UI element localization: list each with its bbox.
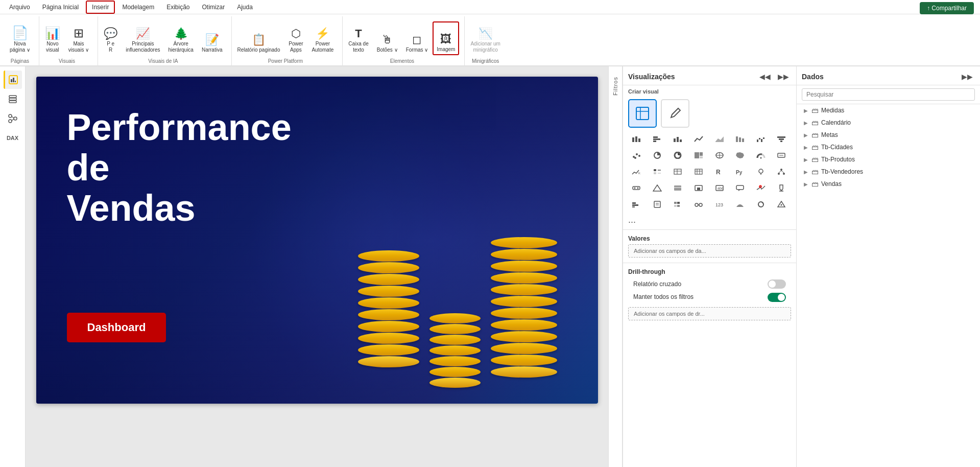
viz-icon-ribbon-chart[interactable] <box>731 132 749 146</box>
formas-button[interactable]: ◻ Formas ∨ <box>402 21 432 55</box>
svg-text:123: 123 <box>715 202 723 207</box>
arvore-hierarquica-button[interactable]: 🌲 Árvorehierárquica <box>164 21 197 55</box>
viz-icon-report2[interactable] <box>648 197 666 212</box>
per-button[interactable]: 💬 P eR <box>100 21 121 55</box>
svg-rect-86 <box>632 206 635 207</box>
relatorio-paginado-button[interactable]: 📋 Relatório paginado <box>234 21 284 55</box>
share-button[interactable]: ↑ Compartilhar <box>920 2 974 14</box>
data-tree-item-tb-vendedores[interactable]: ▶ 🗃 Tb-Vendedores <box>797 166 980 178</box>
menu-inserir[interactable]: Inserir <box>86 1 115 14</box>
viz-icon-filled-map[interactable] <box>731 148 749 162</box>
sidebar-dax-icon[interactable]: DAX <box>4 129 22 147</box>
imagem-button[interactable]: 🖼 Imagem <box>433 21 459 55</box>
viz-icon-ai-visual2[interactable] <box>648 181 666 195</box>
viz-icon-column-chart[interactable] <box>668 132 687 146</box>
expand-icon-tb-produtos: ▶ <box>804 157 808 162</box>
menu-otimizar[interactable]: Otimizar <box>197 2 230 13</box>
menu-ajuda[interactable]: Ajuda <box>232 2 258 13</box>
manter-filtros-toggle[interactable] <box>768 293 786 302</box>
sidebar-report-icon[interactable] <box>4 71 22 89</box>
viz-table-icon[interactable] <box>628 99 657 128</box>
viz-icon-map[interactable] <box>710 148 729 162</box>
viz-icon-azure-map[interactable] <box>752 165 770 179</box>
relatorio-cruzado-toggle[interactable] <box>768 279 786 289</box>
menu-exibicao[interactable]: Exibição <box>161 2 195 13</box>
viz-format-icon[interactable] <box>661 99 689 128</box>
svg-rect-51 <box>654 169 656 171</box>
filters-label: Filtros <box>612 77 618 96</box>
narrativa-button[interactable]: 📝 Narrativa <box>198 21 226 55</box>
viz-icon-powerbi-table[interactable] <box>668 181 687 195</box>
sidebar-model-icon[interactable] <box>4 109 22 128</box>
drill-through-label: Drill-through <box>628 268 791 275</box>
data-tree-item-tb-produtos[interactable]: ▶ 🗃 Tb-Produtos <box>797 153 980 166</box>
data-search-input[interactable] <box>802 88 975 101</box>
mais-visuais-button[interactable]: ⊞ Maisvisuais ∨ <box>65 21 92 55</box>
viz-icon-card[interactable] <box>772 148 791 162</box>
ribbon: 📄 Novapágina ∨ Páginas 📊 Novovisual ⊞ Ma… <box>0 14 980 66</box>
viz-icon-custom8[interactable] <box>772 197 791 212</box>
viz-icon-scatter[interactable] <box>627 148 646 162</box>
table-icon-tb-cidades: 🗃 <box>811 143 819 151</box>
svg-rect-2 <box>13 78 14 82</box>
principais-influenciadores-button[interactable]: 📈 Principaisinfluenciadores <box>122 21 163 55</box>
viz-expand-right-button[interactable]: ▶▶ <box>776 71 791 83</box>
coin-stack-right <box>491 237 557 378</box>
data-expand-button[interactable]: ▶▶ <box>960 71 975 83</box>
left-sidebar: DAX <box>0 66 26 467</box>
viz-icon-matrix[interactable] <box>689 165 708 179</box>
power-apps-button[interactable]: ⬡ PowerApps <box>284 21 307 55</box>
viz-icon-ai-visual1[interactable] <box>627 181 646 195</box>
viz-icon-stacked-bar[interactable] <box>627 132 646 146</box>
data-tree-item-calendario[interactable]: ▶ 🗃 Calendário <box>797 116 980 129</box>
viz-icon-slicer[interactable] <box>648 165 666 179</box>
sidebar-data-icon[interactable] <box>4 90 22 108</box>
viz-icon-pie[interactable] <box>648 148 666 162</box>
caixa-texto-button[interactable]: T Caixa detexto <box>345 21 372 55</box>
viz-collapse-left-button[interactable]: ◀◀ <box>757 71 773 83</box>
viz-icon-bar2[interactable] <box>627 197 646 212</box>
viz-icon-custom6[interactable] <box>731 197 749 212</box>
data-tree-item-tb-cidades[interactable]: ▶ 🗃 Tb-Cidades <box>797 141 980 153</box>
data-search-section <box>797 85 980 104</box>
viz-icon-custom7[interactable] <box>752 197 770 212</box>
viz-more-label[interactable]: ... <box>628 215 636 225</box>
novo-visual-button[interactable]: 📊 Novovisual <box>41 21 64 55</box>
viz-icon-gauge[interactable] <box>752 148 770 162</box>
viz-icon-waterfall[interactable] <box>752 132 770 146</box>
adicionar-minigrafico-button[interactable]: 📉 Adicionar umminigráfico <box>467 21 504 55</box>
viz-icon-custom5[interactable]: 123 <box>710 197 729 212</box>
menu-pagina-inicial[interactable]: Página Inicial <box>37 2 84 13</box>
viz-icon-r-visual[interactable]: R <box>710 165 729 179</box>
values-add-box[interactable]: Adicionar os campos de da... <box>628 244 791 258</box>
viz-icon-area-chart[interactable] <box>710 132 729 146</box>
ribbon-group-power-platform: 📋 Relatório paginado ⬡ PowerApps ⚡ Power… <box>232 16 343 65</box>
power-automate-button[interactable]: ⚡ PowerAutomate <box>308 21 337 55</box>
viz-icon-bar-chart[interactable] <box>648 132 666 146</box>
viz-icon-trophy[interactable] <box>772 181 791 195</box>
viz-icon-python[interactable]: Py <box>731 165 749 179</box>
menu-modelagem[interactable]: Modelagem <box>117 2 159 13</box>
data-tree-item-vendas[interactable]: ▶ 🗃 Vendas <box>797 178 980 190</box>
botoes-button[interactable]: 🖱 Botões ∨ <box>373 21 401 55</box>
menu-arquivo[interactable]: Arquivo <box>4 2 35 13</box>
drill-add-box[interactable]: Adicionar os campos de dr... <box>628 307 791 320</box>
viz-icon-treemap[interactable] <box>689 148 708 162</box>
viz-icon-line-chart[interactable] <box>689 132 708 146</box>
svg-rect-90 <box>674 202 677 204</box>
dashboard-button[interactable]: Dashboard <box>67 313 166 342</box>
viz-icon-funnel[interactable] <box>772 132 791 146</box>
viz-icon-textbox[interactable]: abc <box>710 181 729 195</box>
data-tree-item-metas[interactable]: ▶ 🗃 Metas <box>797 129 980 141</box>
viz-icon-donut[interactable] <box>668 148 687 162</box>
viz-icon-anomaly[interactable] <box>752 181 770 195</box>
data-tree-item-medidas[interactable]: ▶ 🗃 Medidas <box>797 104 980 116</box>
viz-icon-custom4[interactable] <box>689 181 708 195</box>
viz-icon-decomp[interactable] <box>772 165 791 179</box>
nova-pagina-button[interactable]: 📄 Novapágina ∨ <box>6 21 34 55</box>
viz-icon-smart-narr[interactable] <box>731 181 749 195</box>
viz-icon-heatmap[interactable] <box>668 197 687 212</box>
viz-icon-kpi[interactable]: K <box>627 165 646 179</box>
viz-icon-cluster[interactable] <box>689 197 708 212</box>
viz-icon-table2[interactable] <box>668 165 687 179</box>
